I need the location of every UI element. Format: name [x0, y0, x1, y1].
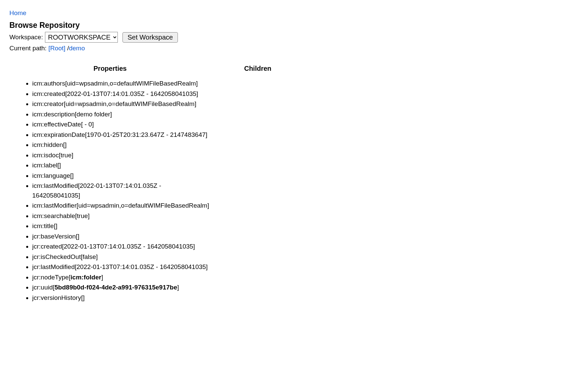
property-item: icm:creator[uid=wpsadmin,o=defaultWIMFil… — [32, 99, 211, 109]
current-path-label: Current path: — [9, 45, 47, 52]
properties-column: Properties icm:authors[uid=wpsadmin,o=de… — [9, 65, 211, 303]
property-item: icm:hidden[] — [32, 140, 211, 150]
children-title: Children — [211, 65, 305, 72]
set-workspace-button[interactable]: Set Workspace — [122, 32, 178, 43]
property-item: icm:created[2022-01-13T07:14:01.035Z - 1… — [32, 89, 211, 99]
properties-list: icm:authors[uid=wpsadmin,o=defaultWIMFil… — [9, 78, 211, 303]
content-sections: Properties icm:authors[uid=wpsadmin,o=de… — [9, 65, 579, 303]
property-item: icm:expirationDate[1970-01-25T20:31:23.6… — [32, 130, 211, 140]
property-item: icm:lastModified[2022-01-13T07:14:01.035… — [32, 181, 211, 201]
property-item: icm:effectiveDate[ - 0] — [32, 119, 211, 130]
workspace-label: Workspace: — [9, 34, 43, 41]
property-item: icm:authors[uid=wpsadmin,o=defaultWIMFil… — [32, 78, 211, 89]
property-item: jcr:baseVersion[] — [32, 231, 211, 242]
children-column: Children — [211, 65, 305, 78]
properties-title: Properties — [9, 65, 211, 72]
home-link[interactable]: Home — [9, 9, 27, 16]
property-item: jcr:lastModified[2022-01-13T07:14:01.035… — [32, 262, 211, 272]
workspace-select[interactable]: ROOTWORKSPACE — [45, 32, 118, 43]
current-path-row: Current path: [Root] /demo — [9, 45, 579, 52]
page-title: Browse Repository — [9, 21, 579, 30]
property-item: jcr:versionHistory[] — [32, 293, 211, 303]
property-item: icm:searchable[true] — [32, 211, 211, 221]
property-item: jcr:nodeType[icm:folder] — [32, 272, 211, 283]
property-item: icm:label[] — [32, 160, 211, 171]
property-item: icm:title[] — [32, 221, 211, 231]
path-root-link[interactable]: [Root] — [48, 45, 65, 52]
path-node-link[interactable]: demo — [69, 45, 85, 52]
property-item: icm:lastModifier[uid=wpsadmin,o=defaultW… — [32, 201, 211, 211]
property-item: jcr:created[2022-01-13T07:14:01.035Z - 1… — [32, 242, 211, 252]
property-item: icm:description[demo folder] — [32, 109, 211, 120]
property-item: jcr:uuid[5bd89b0d-f024-4de2-a991-976315e… — [32, 282, 211, 293]
property-item: icm:language[] — [32, 171, 211, 181]
property-item: icm:isdoc[true] — [32, 150, 211, 161]
property-item: jcr:isCheckedOut[false] — [32, 252, 211, 262]
workspace-row: Workspace: ROOTWORKSPACE Set Workspace — [9, 32, 579, 43]
path-separator: / — [65, 45, 69, 52]
